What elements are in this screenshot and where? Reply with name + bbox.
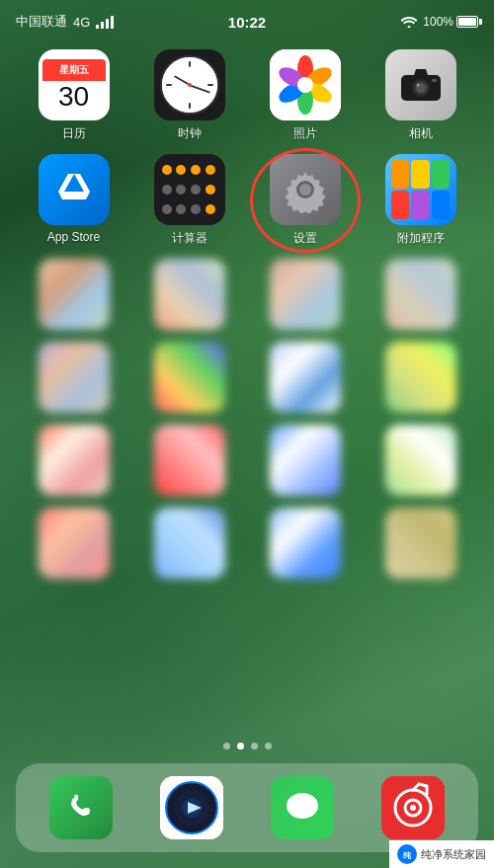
netease-icon — [381, 776, 445, 839]
blurred-app — [154, 259, 225, 330]
photos-svg — [270, 49, 341, 120]
app-label-photos: 照片 — [293, 125, 317, 142]
watermark-text: 纯净系统家园 — [421, 847, 486, 862]
clock-face — [160, 55, 219, 115]
status-right: 100% — [401, 15, 478, 29]
svg-point-13 — [416, 84, 419, 87]
blurred-app — [39, 508, 110, 579]
blurred-app — [385, 259, 456, 330]
svg-rect-14 — [432, 79, 437, 82]
calc-btn — [206, 165, 215, 175]
app-item-camera[interactable]: 相机 — [371, 49, 470, 142]
photos-icon — [270, 49, 341, 120]
dock — [16, 763, 478, 852]
folder-app-6 — [432, 191, 451, 219]
page-dot-4 — [265, 743, 272, 750]
app-label-camera: 相机 — [409, 125, 433, 142]
calc-btn — [206, 204, 215, 214]
app-item-calculator[interactable]: 计算器 — [140, 154, 239, 247]
appstore-icon — [39, 154, 110, 225]
app-label-appstore: App Store — [47, 230, 100, 244]
dock-item-messages[interactable] — [271, 776, 334, 839]
status-bar: 中国联通 4G 10:22 100% — [0, 0, 494, 43]
page-dot-3 — [251, 743, 258, 750]
blurred-app — [154, 342, 225, 413]
appstore-svg — [52, 168, 96, 211]
app-label-calendar: 日历 — [62, 125, 86, 142]
svg-point-7 — [297, 77, 313, 93]
phone-icon — [49, 776, 113, 839]
calc-btn — [162, 185, 172, 195]
calculator-icon — [154, 154, 225, 225]
calendar-date: 30 — [58, 83, 89, 111]
settings-highlight-ring — [250, 148, 361, 253]
signal-bar-3 — [106, 19, 109, 29]
svg-point-23 — [287, 793, 318, 819]
blurred-row-3 — [16, 259, 478, 330]
blurred-row-6 — [16, 508, 478, 579]
app-label-folder: 附加程序 — [397, 230, 445, 247]
folder-icon — [385, 154, 456, 225]
calc-btn — [176, 185, 186, 195]
blurred-app — [39, 259, 110, 330]
app-item-appstore[interactable]: App Store — [25, 154, 124, 247]
blurred-app — [154, 508, 225, 579]
app-grid: 星期五 30 日历 — [0, 49, 494, 591]
calc-btn — [162, 204, 172, 214]
qvod-svg — [160, 776, 223, 839]
app-item-photos[interactable]: 照片 — [256, 49, 355, 142]
calc-btn — [176, 165, 186, 175]
signal-bar-2 — [101, 22, 104, 29]
network-type: 4G — [73, 15, 90, 30]
calc-btn — [191, 185, 201, 195]
dock-item-qvod[interactable] — [160, 776, 223, 839]
app-item-settings[interactable]: 设置 — [256, 154, 355, 247]
page-dots — [0, 743, 494, 750]
folder-app-3 — [432, 160, 451, 189]
signal-indicator — [96, 16, 114, 29]
app-item-folder[interactable]: 附加程序 — [371, 154, 470, 247]
folder-grid — [391, 160, 451, 219]
blurred-app — [270, 425, 341, 496]
folder-app-5 — [411, 191, 430, 219]
calendar-day: 星期五 — [42, 59, 106, 81]
dock-item-netease[interactable] — [381, 776, 445, 839]
blurred-app — [385, 508, 456, 579]
app-label-clock: 时钟 — [178, 125, 202, 142]
calc-btn — [176, 204, 186, 214]
time-display: 10:22 — [228, 14, 266, 31]
app-item-calendar[interactable]: 星期五 30 日历 — [25, 49, 124, 142]
blurred-app — [270, 259, 341, 330]
camera-svg — [399, 67, 443, 103]
svg-point-28 — [410, 805, 416, 811]
camera-icon — [385, 49, 456, 120]
qvod-icon — [160, 776, 223, 839]
signal-bar-1 — [96, 25, 99, 29]
carrier-label: 中国联通 — [16, 13, 67, 31]
messages-svg — [283, 788, 322, 828]
calc-btn — [191, 165, 201, 175]
watermark-logo: 纯 — [397, 844, 417, 864]
battery-percentage: 100% — [423, 15, 453, 29]
blurred-app — [39, 425, 110, 496]
blurred-app — [270, 508, 341, 579]
folder-app-2 — [411, 160, 430, 189]
blurred-app — [385, 342, 456, 413]
folder-app-4 — [391, 191, 410, 219]
calc-btn — [162, 165, 172, 175]
page-dot-1 — [223, 743, 230, 750]
dock-item-phone[interactable] — [49, 776, 113, 839]
calc-btn — [191, 204, 201, 214]
app-item-clock[interactable]: 时钟 — [140, 49, 239, 142]
battery-icon — [456, 16, 478, 28]
messages-icon — [271, 776, 334, 839]
battery-fill — [458, 18, 476, 26]
blurred-app — [154, 425, 225, 496]
calendar-icon: 星期五 30 — [39, 49, 110, 120]
blurred-row-5 — [16, 425, 478, 496]
watermark: 纯 纯净系统家园 — [389, 840, 494, 868]
folder-app-1 — [391, 160, 410, 189]
clock-icon — [154, 49, 225, 120]
svg-marker-9 — [414, 69, 428, 75]
calc-btn — [206, 185, 215, 195]
